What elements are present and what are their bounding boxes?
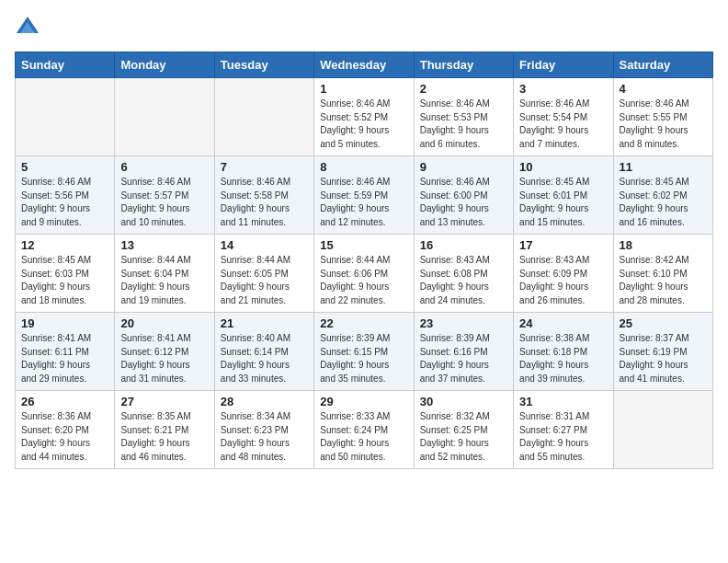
day-info: Sunrise: 8:31 AMSunset: 6:27 PMDaylight:…: [519, 410, 607, 464]
column-header-tuesday: Tuesday: [214, 52, 313, 78]
day-info: Sunrise: 8:44 AMSunset: 6:05 PMDaylight:…: [221, 254, 308, 307]
day-info: Sunrise: 8:46 AMSunset: 5:58 PMDaylight:…: [221, 176, 308, 229]
column-header-monday: Monday: [115, 52, 214, 78]
day-info: Sunrise: 8:46 AMSunset: 5:54 PMDaylight:…: [519, 98, 607, 151]
calendar-cell: 12Sunrise: 8:45 AMSunset: 6:03 PMDayligh…: [16, 235, 115, 313]
calendar-week-row: 12Sunrise: 8:45 AMSunset: 6:03 PMDayligh…: [16, 235, 713, 313]
day-number: 20: [120, 316, 208, 330]
day-number: 2: [420, 82, 507, 96]
calendar-cell: [115, 78, 214, 156]
page-header: [15, 15, 713, 40]
calendar-table: SundayMondayTuesdayWednesdayThursdayFrid…: [15, 52, 713, 469]
day-info: Sunrise: 8:43 AMSunset: 6:08 PMDaylight:…: [420, 254, 507, 307]
day-info: Sunrise: 8:46 AMSunset: 5:59 PMDaylight:…: [320, 176, 407, 229]
day-number: 13: [120, 238, 208, 252]
calendar-cell: 16Sunrise: 8:43 AMSunset: 6:08 PMDayligh…: [414, 235, 513, 313]
day-info: Sunrise: 8:33 AMSunset: 6:24 PMDaylight:…: [320, 410, 407, 464]
calendar-cell: 31Sunrise: 8:31 AMSunset: 6:27 PMDayligh…: [514, 391, 613, 469]
calendar-cell: 3Sunrise: 8:46 AMSunset: 5:54 PMDaylight…: [514, 78, 613, 156]
day-number: 17: [519, 238, 607, 252]
day-number: 25: [620, 316, 707, 330]
calendar-cell: 29Sunrise: 8:33 AMSunset: 6:24 PMDayligh…: [314, 391, 414, 469]
column-header-friday: Friday: [514, 52, 613, 78]
calendar-cell: 8Sunrise: 8:46 AMSunset: 5:59 PMDaylight…: [314, 156, 414, 235]
day-info: Sunrise: 8:40 AMSunset: 6:14 PMDaylight:…: [221, 332, 308, 385]
day-number: 1: [320, 82, 407, 96]
calendar-cell: 13Sunrise: 8:44 AMSunset: 6:04 PMDayligh…: [115, 235, 214, 313]
day-info: Sunrise: 8:44 AMSunset: 6:06 PMDaylight:…: [320, 254, 407, 307]
day-number: 19: [21, 316, 108, 330]
calendar-cell: 11Sunrise: 8:45 AMSunset: 6:02 PMDayligh…: [613, 156, 712, 235]
calendar-cell: 2Sunrise: 8:46 AMSunset: 5:53 PMDaylight…: [414, 78, 513, 156]
day-number: 30: [420, 395, 507, 408]
day-info: Sunrise: 8:46 AMSunset: 5:57 PMDaylight:…: [120, 176, 208, 229]
day-number: 26: [21, 395, 108, 408]
day-number: 5: [21, 160, 108, 174]
calendar-cell: 5Sunrise: 8:46 AMSunset: 5:56 PMDaylight…: [16, 156, 115, 235]
day-info: Sunrise: 8:32 AMSunset: 6:25 PMDaylight:…: [420, 410, 507, 464]
calendar-cell: 4Sunrise: 8:46 AMSunset: 5:55 PMDaylight…: [613, 78, 712, 156]
day-info: Sunrise: 8:46 AMSunset: 6:00 PMDaylight:…: [420, 176, 507, 229]
day-number: 23: [420, 316, 507, 330]
calendar-cell: 6Sunrise: 8:46 AMSunset: 5:57 PMDaylight…: [115, 156, 214, 235]
day-number: 8: [320, 160, 407, 174]
day-number: 31: [519, 395, 607, 408]
day-number: 12: [21, 238, 108, 252]
day-info: Sunrise: 8:46 AMSunset: 5:56 PMDaylight:…: [21, 176, 108, 229]
calendar-cell: 10Sunrise: 8:45 AMSunset: 6:01 PMDayligh…: [514, 156, 613, 235]
day-number: 10: [519, 160, 607, 174]
calendar-cell: 1Sunrise: 8:46 AMSunset: 5:52 PMDaylight…: [314, 78, 414, 156]
day-number: 7: [221, 160, 308, 174]
calendar-cell: 19Sunrise: 8:41 AMSunset: 6:11 PMDayligh…: [16, 313, 115, 391]
calendar-week-row: 26Sunrise: 8:36 AMSunset: 6:20 PMDayligh…: [16, 391, 713, 469]
day-info: Sunrise: 8:46 AMSunset: 5:53 PMDaylight:…: [420, 98, 507, 151]
column-header-sunday: Sunday: [16, 52, 115, 78]
day-number: 4: [620, 82, 707, 96]
calendar-cell: 28Sunrise: 8:34 AMSunset: 6:23 PMDayligh…: [214, 391, 313, 469]
calendar-cell: 9Sunrise: 8:46 AMSunset: 6:00 PMDaylight…: [414, 156, 513, 235]
calendar-header-row: SundayMondayTuesdayWednesdayThursdayFrid…: [16, 52, 713, 78]
calendar-cell: 25Sunrise: 8:37 AMSunset: 6:19 PMDayligh…: [613, 313, 712, 391]
day-info: Sunrise: 8:46 AMSunset: 5:52 PMDaylight:…: [320, 98, 407, 151]
day-info: Sunrise: 8:39 AMSunset: 6:16 PMDaylight:…: [420, 332, 507, 385]
logo: [15, 15, 44, 40]
day-number: 18: [620, 238, 707, 252]
calendar-week-row: 1Sunrise: 8:46 AMSunset: 5:52 PMDaylight…: [16, 78, 713, 156]
day-number: 16: [420, 238, 507, 252]
day-info: Sunrise: 8:45 AMSunset: 6:03 PMDaylight:…: [21, 254, 108, 307]
day-number: 27: [120, 395, 208, 408]
column-header-saturday: Saturday: [613, 52, 712, 78]
day-info: Sunrise: 8:46 AMSunset: 5:55 PMDaylight:…: [620, 98, 707, 151]
calendar-cell: [16, 78, 115, 156]
logo-icon: [15, 15, 40, 40]
calendar-week-row: 5Sunrise: 8:46 AMSunset: 5:56 PMDaylight…: [16, 156, 713, 235]
day-info: Sunrise: 8:42 AMSunset: 6:10 PMDaylight:…: [620, 254, 707, 307]
calendar-cell: [214, 78, 313, 156]
day-info: Sunrise: 8:44 AMSunset: 6:04 PMDaylight:…: [120, 254, 208, 307]
calendar-cell: [613, 391, 712, 469]
calendar-cell: 27Sunrise: 8:35 AMSunset: 6:21 PMDayligh…: [115, 391, 214, 469]
day-number: 24: [519, 316, 607, 330]
calendar-cell: 21Sunrise: 8:40 AMSunset: 6:14 PMDayligh…: [214, 313, 313, 391]
day-info: Sunrise: 8:45 AMSunset: 6:02 PMDaylight:…: [620, 176, 707, 229]
day-info: Sunrise: 8:45 AMSunset: 6:01 PMDaylight:…: [519, 176, 607, 229]
day-number: 29: [320, 395, 407, 408]
day-info: Sunrise: 8:36 AMSunset: 6:20 PMDaylight:…: [21, 410, 108, 464]
day-info: Sunrise: 8:38 AMSunset: 6:18 PMDaylight:…: [519, 332, 607, 385]
calendar-cell: 14Sunrise: 8:44 AMSunset: 6:05 PMDayligh…: [214, 235, 313, 313]
calendar-cell: 20Sunrise: 8:41 AMSunset: 6:12 PMDayligh…: [115, 313, 214, 391]
calendar-cell: 7Sunrise: 8:46 AMSunset: 5:58 PMDaylight…: [214, 156, 313, 235]
day-number: 11: [620, 160, 707, 174]
day-info: Sunrise: 8:43 AMSunset: 6:09 PMDaylight:…: [519, 254, 607, 307]
day-number: 9: [420, 160, 507, 174]
calendar-cell: 22Sunrise: 8:39 AMSunset: 6:15 PMDayligh…: [314, 313, 414, 391]
calendar-week-row: 19Sunrise: 8:41 AMSunset: 6:11 PMDayligh…: [16, 313, 713, 391]
calendar-cell: 23Sunrise: 8:39 AMSunset: 6:16 PMDayligh…: [414, 313, 513, 391]
day-number: 14: [221, 238, 308, 252]
day-info: Sunrise: 8:41 AMSunset: 6:11 PMDaylight:…: [21, 332, 108, 385]
day-info: Sunrise: 8:35 AMSunset: 6:21 PMDaylight:…: [120, 410, 208, 464]
day-info: Sunrise: 8:34 AMSunset: 6:23 PMDaylight:…: [221, 410, 308, 464]
day-info: Sunrise: 8:41 AMSunset: 6:12 PMDaylight:…: [120, 332, 208, 385]
day-number: 21: [221, 316, 308, 330]
column-header-thursday: Thursday: [414, 52, 513, 78]
